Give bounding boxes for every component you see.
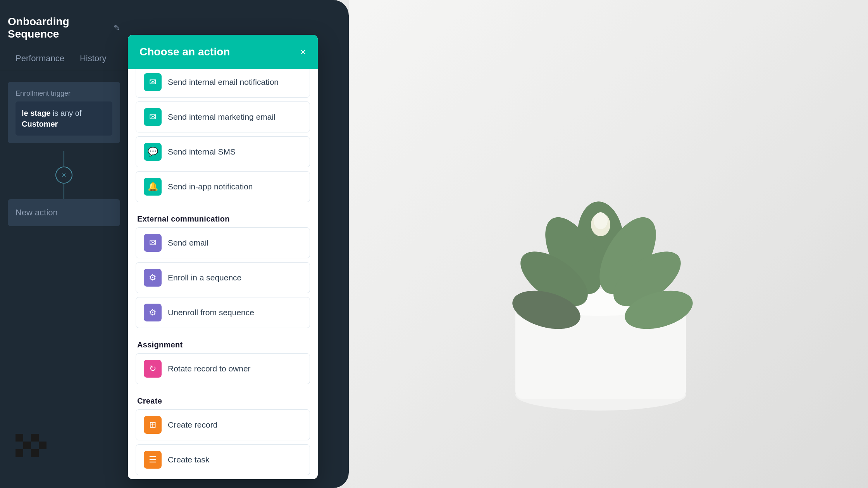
action-item-create-task[interactable]: ☰ Create task [136,444,310,475]
create-task-icon: ☰ [144,451,162,469]
trigger-condition: le stage is any of Customer [16,101,112,136]
create-record-icon: ⊞ [144,416,162,434]
connector-line [64,151,64,167]
new-action-label: New action [16,208,58,217]
tab-performance[interactable]: Performance [8,48,72,70]
unenroll-sequence-label: Unenroll from sequence [168,308,254,317]
action-item-unenroll-sequence[interactable]: ⚙ Unenroll from sequence [136,297,310,328]
plant-background [349,0,868,488]
notification-label: Send in-app notification [168,182,253,191]
modal-body: ✉ Send internal email notification ✉ Sen… [128,69,318,479]
action-item-send-internal-email-notification[interactable]: ✉ Send internal email notification [136,69,310,98]
action-item-enroll-sequence[interactable]: ⚙ Enroll in a sequence [136,262,310,293]
modal-overlay: Choose an action × ✉ Send internal email… [128,0,349,488]
page-title: Onboarding Sequence [8,15,109,40]
enroll-sequence-icon: ⚙ [144,269,162,287]
condition-bold: le stage [22,109,50,117]
marketing-email-label: Send internal marketing email [168,112,276,122]
external-communication-label: External communication [128,206,318,227]
enrollment-trigger-box: Enrollment trigger le stage is any of Cu… [8,82,120,143]
action-item-send-in-app-notification[interactable]: 🔔 Send in-app notification [136,171,310,202]
trigger-label: Enrollment trigger [16,89,112,98]
action-item-rotate-record[interactable]: ↻ Rotate record to owner [136,353,310,384]
sidebar: Onboarding Sequence ✎ Performance Histor… [0,0,128,488]
sms-label: Send internal SMS [168,147,236,156]
remove-button[interactable]: × [55,167,72,184]
unenroll-sequence-icon: ⚙ [144,304,162,321]
action-item-send-internal-sms[interactable]: 💬 Send internal SMS [136,136,310,167]
connector-line-2 [64,184,64,199]
rotate-record-label: Rotate record to owner [168,364,251,373]
action-item-send-internal-marketing-email[interactable]: ✉ Send internal marketing email [136,101,310,132]
sidebar-tabs: Performance History [0,48,128,70]
action-item-create-record[interactable]: ⊞ Create record [136,409,310,440]
svg-rect-12 [349,0,868,488]
choose-action-modal: Choose an action × ✉ Send internal email… [128,35,318,479]
modal-header: Choose an action × [128,35,318,69]
rotate-record-icon: ↻ [144,360,162,378]
notification-icon: 🔔 [144,178,162,196]
enroll-sequence-label: Enroll in a sequence [168,273,241,282]
checkerboard-decoration [16,434,46,457]
assignment-label: Assignment [128,332,318,353]
edit-icon[interactable]: ✎ [114,23,120,33]
tab-history[interactable]: History [72,48,114,70]
modal-title: Choose an action [140,46,230,58]
create-label: Create [128,388,318,409]
plant-decoration [349,0,868,488]
new-action-box[interactable]: New action [8,199,120,226]
send-internal-email-notification-label: Send internal email notification [168,77,279,87]
sms-icon: 💬 [144,143,162,161]
create-record-label: Create record [168,420,217,430]
create-task-label: Create task [168,455,209,464]
sidebar-header: Onboarding Sequence ✎ [0,0,128,48]
modal-close-button[interactable]: × [300,47,306,57]
action-item-send-email[interactable]: ✉ Send email [136,227,310,258]
send-internal-email-icon: ✉ [144,73,162,91]
send-email-icon: ✉ [144,234,162,252]
send-email-label: Send email [168,238,208,247]
marketing-email-icon: ✉ [144,108,162,126]
device-frame: Onboarding Sequence ✎ Performance Histor… [0,0,349,488]
